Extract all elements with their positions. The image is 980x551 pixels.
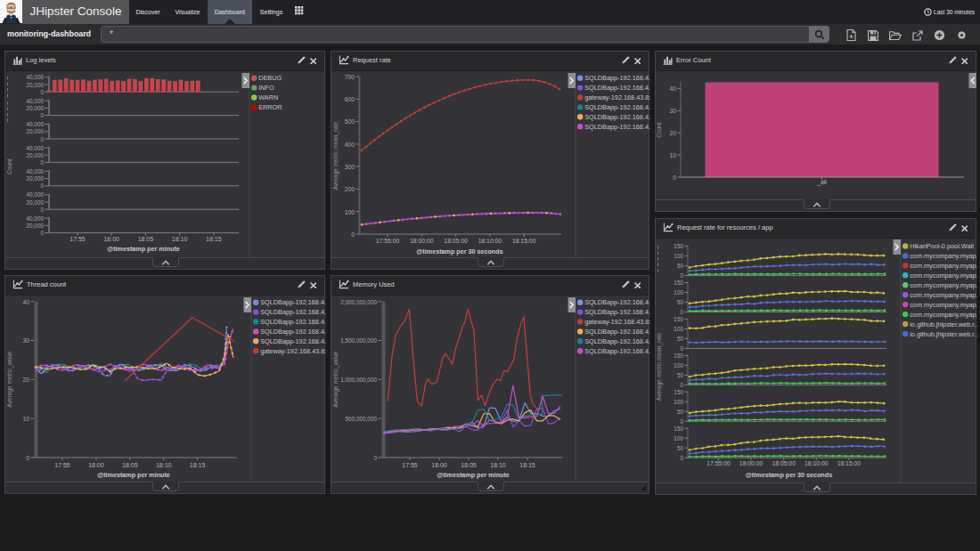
svg-text:com.mycompany.myap...: com.mycompany.myap...	[910, 262, 977, 270]
svg-text:0: 0	[40, 207, 44, 213]
svg-text:17:55: 17:55	[402, 462, 418, 468]
svg-text:400: 400	[345, 142, 355, 148]
svg-text:20: 20	[669, 130, 676, 136]
svg-text:10: 10	[669, 152, 676, 158]
svg-text:20,000: 20,000	[26, 152, 44, 158]
svg-text:0: 0	[680, 418, 683, 425]
svg-text:0: 0	[40, 89, 44, 95]
svg-text:100: 100	[674, 253, 683, 259]
svg-text:30: 30	[22, 337, 29, 344]
svg-text:Count: Count	[6, 158, 12, 174]
svg-text:SQLDBapp-192.168.4...: SQLDBapp-192.168.4...	[584, 103, 650, 111]
svg-text:20,000: 20,000	[26, 82, 44, 88]
svg-text:@timestamp per 30 seconds: @timestamp per 30 seconds	[746, 471, 832, 479]
svg-text:40,000: 40,000	[26, 74, 44, 80]
svg-text:18:00:00: 18:00:00	[410, 238, 434, 244]
svg-text:40: 40	[22, 299, 29, 305]
svg-text:0: 0	[680, 345, 683, 352]
svg-text:com.mycompany.myap...: com.mycompany.myap...	[910, 311, 977, 319]
svg-text:INFO: INFO	[258, 84, 274, 92]
svg-text:0: 0	[40, 182, 44, 189]
svg-text:0: 0	[680, 272, 683, 279]
svg-text:18:10:00: 18:10:00	[804, 460, 829, 466]
svg-text:20,000: 20,000	[26, 105, 44, 111]
svg-text:500: 500	[345, 118, 355, 125]
svg-text:500,000,000: 500,000,000	[345, 416, 377, 422]
svg-text:com.mycompany.myap...: com.mycompany.myap...	[910, 281, 977, 289]
svg-text:0: 0	[673, 174, 676, 181]
svg-text:30: 30	[669, 108, 676, 114]
svg-text:100: 100	[674, 435, 683, 442]
svg-text:0: 0	[40, 230, 44, 236]
svg-text:40,000: 40,000	[26, 191, 44, 198]
svg-text:50: 50	[677, 263, 684, 269]
svg-text:gateway-192.168.43.8:...: gateway-192.168.43.8:...	[260, 347, 326, 355]
svg-text:150: 150	[674, 352, 683, 359]
svg-text:gateway-192.168.43.8:...: gateway-192.168.43.8:...	[584, 318, 650, 326]
svg-text:100: 100	[674, 289, 683, 296]
svg-text:17:55: 17:55	[54, 462, 70, 468]
svg-text:150: 150	[674, 280, 683, 286]
svg-text:io.github.jhipster.web.r...: io.github.jhipster.web.r...	[910, 330, 977, 338]
svg-text:_all: _all	[816, 179, 827, 186]
svg-text:SQLDBapp-192.168.4...: SQLDBapp-192.168.4...	[584, 328, 650, 336]
svg-text:SQLDBapp-192.168.4...: SQLDBapp-192.168.4...	[260, 328, 326, 336]
svg-text:17:55:00: 17:55:00	[376, 238, 400, 244]
svg-text:ERROR: ERROR	[258, 103, 282, 111]
svg-text:0: 0	[680, 455, 683, 461]
svg-text:40: 40	[669, 85, 676, 92]
svg-text:40,000: 40,000	[26, 98, 44, 104]
svg-text:com.mycompany.myap...: com.mycompany.myap...	[910, 301, 977, 309]
svg-text:10: 10	[22, 416, 29, 422]
svg-text:18:15:00: 18:15:00	[837, 460, 862, 466]
svg-text:20,000: 20,000	[26, 128, 44, 134]
svg-text:18:15: 18:15	[206, 236, 222, 242]
svg-text:18:10:00: 18:10:00	[478, 238, 502, 244]
svg-text:700: 700	[345, 74, 355, 80]
svg-text:50: 50	[677, 445, 684, 451]
svg-text:Count: Count	[656, 122, 662, 138]
svg-text:@timestamp per 30 seconds: @timestamp per 30 seconds	[416, 247, 502, 255]
svg-text:18:00: 18:00	[88, 462, 104, 468]
svg-text:17:55:00: 17:55:00	[706, 460, 731, 466]
svg-text:io.github.jhipster.web.r...: io.github.jhipster.web.r...	[910, 320, 977, 328]
svg-text:18:00: 18:00	[103, 236, 119, 242]
svg-text:0: 0	[680, 382, 683, 388]
svg-text:40,000: 40,000	[26, 168, 44, 174]
svg-text:Average metric.mean_rate: Average metric.mean_rate	[656, 332, 663, 401]
svg-text:Average metric_value: Average metric_value	[332, 351, 339, 407]
svg-text:18:05: 18:05	[461, 462, 477, 468]
svg-text:SQLDBapp-192.168.4...: SQLDBapp-192.168.4...	[584, 123, 650, 131]
svg-text:com.mycompany.myap...: com.mycompany.myap...	[910, 271, 977, 280]
svg-text:SQLDBapp-192.168.4...: SQLDBapp-192.168.4...	[584, 347, 650, 355]
svg-text:HikariPool-0.pool.Wait: HikariPool-0.pool.Wait	[910, 242, 974, 250]
svg-text:20: 20	[22, 377, 29, 383]
svg-text:18:10: 18:10	[490, 462, 506, 468]
svg-text:17:55: 17:55	[69, 236, 86, 242]
svg-text:0: 0	[351, 231, 355, 238]
svg-text:0: 0	[40, 159, 44, 166]
svg-text:Average metric.mean_rate: Average metric.mean_rate	[332, 121, 339, 190]
svg-text:18:15: 18:15	[519, 462, 535, 468]
svg-text:com.mycompany.myap...: com.mycompany.myap...	[910, 291, 977, 299]
svg-text:0: 0	[373, 455, 377, 461]
svg-text:SQLDBapp-192.168.4...: SQLDBapp-192.168.4...	[584, 298, 650, 306]
svg-text:SQLDBapp-192.168.4...: SQLDBapp-192.168.4...	[584, 74, 650, 82]
svg-text:150: 150	[674, 389, 683, 395]
svg-text:20,000: 20,000	[26, 199, 44, 206]
svg-text:SQLDBapp-192.168.4...: SQLDBapp-192.168.4...	[260, 337, 326, 345]
svg-text:100: 100	[345, 209, 355, 215]
svg-text:SQLDBapp-192.168.4...: SQLDBapp-192.168.4...	[260, 308, 326, 316]
svg-text:SQLDBapp-192.168.4...: SQLDBapp-192.168.4...	[260, 318, 326, 326]
svg-text:150: 150	[674, 425, 683, 432]
svg-text:18:15: 18:15	[190, 462, 206, 468]
svg-text:18:10: 18:10	[172, 236, 188, 242]
svg-text:SQLDBapp-192.168.4...: SQLDBapp-192.168.4...	[260, 298, 326, 306]
svg-text:20,000: 20,000	[26, 175, 44, 182]
svg-text:0: 0	[40, 112, 44, 118]
svg-text:2,000,000,000: 2,000,000,000	[340, 299, 377, 305]
svg-text:@timestamp per minute: @timestamp per minute	[107, 245, 180, 253]
svg-text:18:15:00: 18:15:00	[512, 238, 536, 244]
svg-text:50: 50	[677, 409, 684, 415]
svg-text:WARN: WARN	[258, 93, 278, 101]
